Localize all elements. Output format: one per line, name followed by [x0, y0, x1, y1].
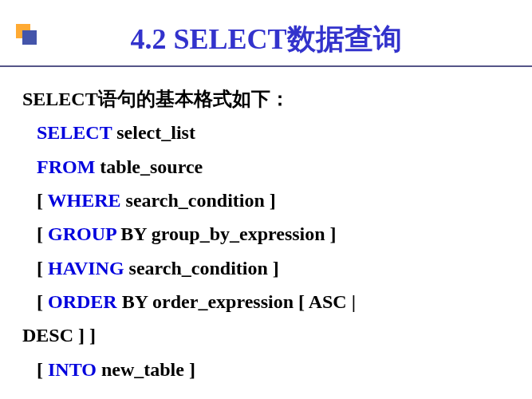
- from-rest: table_source: [95, 156, 203, 177]
- intro-text: SELECT语句的基本格式如下：: [22, 83, 532, 115]
- where-clause: [ WHERE search_condition ]: [22, 184, 532, 216]
- order-pre: [: [37, 291, 48, 312]
- slide-content: SELECT语句的基本格式如下： SELECT select_list FROM…: [0, 67, 532, 385]
- group-pre: [: [37, 223, 48, 244]
- keyword-order: ORDER: [48, 291, 117, 312]
- group-clause: [ GROUP BY group_by_expression ]: [22, 218, 532, 250]
- logo-square-blue: [22, 30, 37, 45]
- keyword-from: FROM: [37, 156, 95, 177]
- keyword-into: INTO: [48, 359, 97, 380]
- slide-logo: [16, 24, 38, 46]
- order-rest: BY order_expression [ ASC |: [117, 291, 356, 312]
- select-clause: SELECT select_list: [22, 117, 532, 148]
- having-pre: [: [37, 258, 48, 279]
- from-clause: FROM table_source: [22, 151, 532, 183]
- into-rest: new_table ]: [97, 359, 195, 380]
- into-pre: [: [37, 359, 48, 380]
- keyword-having: HAVING: [48, 258, 124, 279]
- having-rest: search_condition ]: [124, 258, 279, 279]
- order-clause: [ ORDER BY order_expression [ ASC |: [22, 286, 532, 318]
- order-continuation: DESC ] ]: [22, 319, 532, 351]
- group-rest: BY group_by_expression ]: [116, 223, 336, 244]
- select-rest: select_list: [112, 122, 195, 143]
- keyword-select: SELECT: [37, 122, 112, 143]
- where-pre: [: [37, 190, 48, 211]
- where-rest: search_condition ]: [121, 190, 276, 211]
- slide-title: 4.2 SELECT数据查询: [0, 0, 532, 59]
- having-clause: [ HAVING search_condition ]: [22, 252, 532, 284]
- into-clause: [ INTO new_table ]: [22, 354, 532, 385]
- keyword-group: GROUP: [48, 223, 116, 244]
- keyword-where: WHERE: [48, 190, 121, 211]
